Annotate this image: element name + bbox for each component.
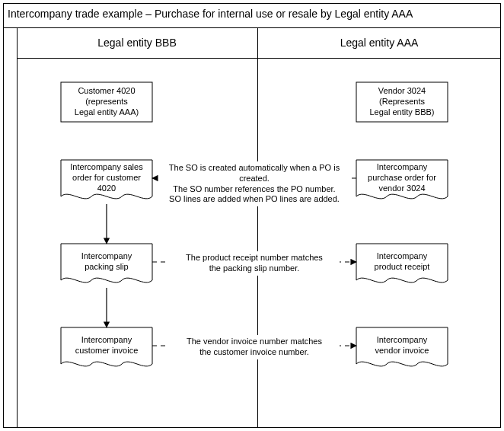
- label-ic-product-receipt: Intercompany product receipt: [356, 244, 448, 280]
- label-ic-packing-slip: Intercompany packing slip: [61, 244, 152, 280]
- column-header-separator: [17, 58, 501, 59]
- label-vendor-3024: Vendor 3024 (Represents Legal entity BBB…: [356, 82, 448, 122]
- column-header-left: Legal entity BBB: [61, 37, 213, 49]
- label-customer-4020: Customer 4020 (represents Legal entity A…: [61, 82, 152, 122]
- label-ic-sales-order: Intercompany sales order for customer 40…: [61, 160, 152, 196]
- flow-label-so-created: The SO is created automatically when a P…: [158, 161, 350, 206]
- flow-label-product-receipt: The product receipt number matches the p…: [169, 251, 340, 276]
- flow-label-vendor-invoice: The vendor invoice number matches the cu…: [169, 335, 340, 359]
- column-header-right: Legal entity AAA: [303, 37, 455, 49]
- diagram-title: Intercompany trade example – Purchase fo…: [8, 8, 413, 20]
- diagram-canvas: Intercompany trade example – Purchase fo…: [0, 0, 504, 431]
- label-ic-purchase-order: Intercompany purchase order for vendor 3…: [356, 160, 448, 196]
- label-ic-vendor-invoice: Intercompany vendor invoice: [356, 327, 448, 364]
- center-divider: [257, 27, 258, 428]
- left-strip-border: [17, 27, 18, 428]
- label-ic-customer-invoice: Intercompany customer invoice: [61, 327, 152, 364]
- outer-border: [3, 3, 501, 428]
- header-separator: [3, 27, 501, 28]
